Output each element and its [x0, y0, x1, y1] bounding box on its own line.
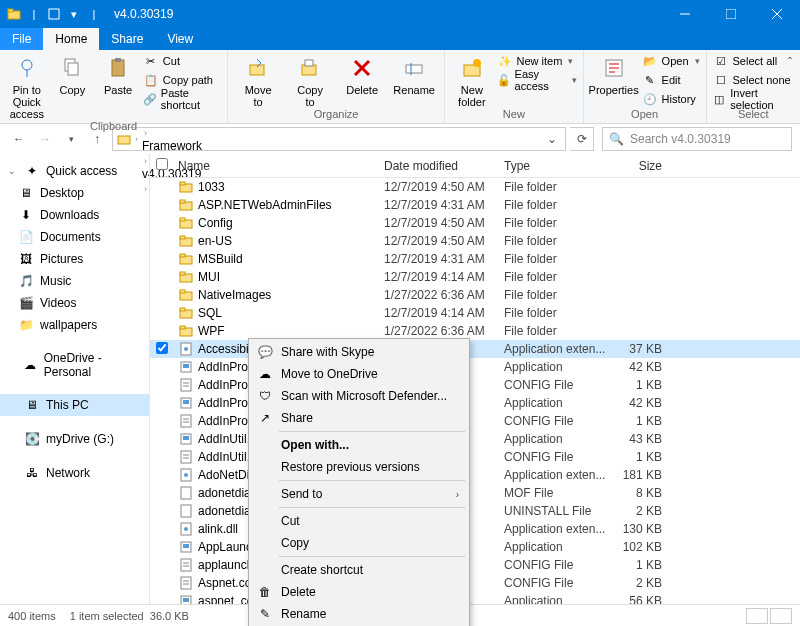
sidebar-item-label: Desktop: [40, 186, 84, 200]
file-date: 1/27/2022 6:36 AM: [384, 288, 504, 302]
column-name[interactable]: Name: [174, 159, 384, 173]
delete-icon: [348, 54, 376, 82]
menu-separator: [279, 507, 465, 508]
title-bar: | ▾ | v4.0.30319: [0, 0, 800, 28]
qat-item[interactable]: [46, 6, 62, 22]
table-row[interactable]: MSBuild12/7/2019 4:31 AMFile folder: [150, 250, 800, 268]
maximize-button[interactable]: [708, 0, 754, 28]
svg-rect-35: [180, 272, 185, 275]
row-checkbox[interactable]: [150, 342, 174, 357]
easy-access-button[interactable]: 🔓Easy access▾: [497, 71, 577, 89]
details-view-button[interactable]: [746, 608, 768, 624]
move-to-button[interactable]: Move to: [234, 52, 282, 108]
file-type: Application exten...: [504, 522, 614, 536]
dll-icon: [178, 521, 194, 537]
select-all-button[interactable]: ☑Select all: [713, 52, 794, 70]
paste-button[interactable]: Paste: [97, 52, 139, 96]
search-box[interactable]: 🔍 Search v4.0.30319: [602, 127, 792, 151]
tab-home[interactable]: Home: [43, 28, 99, 50]
file-date: 12/7/2019 4:31 AM: [384, 252, 504, 266]
chevron-right-icon[interactable]: ›: [144, 128, 147, 138]
properties-button[interactable]: Properties: [590, 52, 638, 96]
sidebar-onedrive[interactable]: ☁OneDrive - Personal: [0, 348, 149, 382]
recent-button[interactable]: ▾: [60, 128, 82, 150]
context-menu-item[interactable]: Copy: [251, 532, 467, 554]
context-menu-item[interactable]: Cut: [251, 510, 467, 532]
sidebar-item[interactable]: ⬇Downloads: [0, 204, 149, 226]
sidebar-item[interactable]: 🎵Music: [0, 270, 149, 292]
sidebar-this-pc[interactable]: 🖥This PC: [0, 394, 149, 416]
ribbon-group-organize: Move to Copy to Delete Rename Organize: [228, 50, 445, 123]
file-type: Application: [504, 396, 614, 410]
select-all-checkbox[interactable]: [150, 158, 174, 173]
tab-file[interactable]: File: [0, 28, 43, 50]
invert-selection-button[interactable]: ◫Invert selection: [713, 90, 794, 108]
new-folder-button[interactable]: New folder: [451, 52, 492, 108]
item-icon: 📁: [18, 317, 34, 333]
context-menu-item[interactable]: ↗Share: [251, 407, 467, 429]
svg-rect-23: [118, 136, 130, 144]
tab-share[interactable]: Share: [99, 28, 155, 50]
thumbnails-view-button[interactable]: [770, 608, 792, 624]
column-type[interactable]: Type: [504, 159, 614, 173]
cut-button[interactable]: ✂Cut: [143, 52, 221, 70]
copy-button[interactable]: Copy: [52, 52, 94, 96]
close-button[interactable]: [754, 0, 800, 28]
chevron-right-icon[interactable]: ›: [135, 134, 138, 144]
menu-item-label: Rename: [281, 607, 326, 621]
table-row[interactable]: en-US12/7/2019 4:50 AMFile folder: [150, 232, 800, 250]
context-menu-item[interactable]: ✎Rename: [251, 603, 467, 625]
edit-button[interactable]: ✎Edit: [642, 71, 700, 89]
context-menu-item[interactable]: Open with...: [251, 434, 467, 456]
sidebar-network[interactable]: 🖧Network: [0, 462, 149, 484]
sidebar-item[interactable]: 📁wallpapers: [0, 314, 149, 336]
open-button[interactable]: 📂Open▾: [642, 52, 700, 70]
context-menu-item[interactable]: Send to›: [251, 483, 467, 505]
table-row[interactable]: MUI12/7/2019 4:14 AMFile folder: [150, 268, 800, 286]
sidebar-item[interactable]: 🖼Pictures: [0, 248, 149, 270]
paste-shortcut-button[interactable]: 🔗Paste shortcut: [143, 90, 221, 108]
defender-icon: 🛡: [257, 388, 273, 404]
cfg-icon: [178, 449, 194, 465]
sidebar-item[interactable]: 📄Documents: [0, 226, 149, 248]
breadcrumb[interactable]: Framework: [142, 139, 218, 153]
copy-to-button[interactable]: Copy to: [286, 52, 334, 108]
sidebar-item[interactable]: 🖥Desktop: [0, 182, 149, 204]
forward-button[interactable]: →: [34, 128, 56, 150]
table-row[interactable]: NativeImages1/27/2022 6:36 AMFile folder: [150, 286, 800, 304]
table-row[interactable]: ASP.NETWebAdminFiles12/7/2019 4:31 AMFil…: [150, 196, 800, 214]
rename-button[interactable]: Rename: [390, 52, 438, 96]
context-menu-item[interactable]: 🛡Scan with Microsoft Defender...: [251, 385, 467, 407]
history-button[interactable]: 🕘History: [642, 90, 700, 108]
address-dropdown-button[interactable]: ⌄: [543, 132, 561, 146]
context-menu-item[interactable]: Create shortcut: [251, 559, 467, 581]
context-menu-item[interactable]: 🗑Delete: [251, 581, 467, 603]
back-button[interactable]: ←: [8, 128, 30, 150]
menu-item-label: Move to OneDrive: [281, 367, 378, 381]
pin-to-quick-access-button[interactable]: Pin to Quick access: [6, 52, 48, 120]
menu-item-label: Open with...: [281, 438, 349, 452]
collapse-ribbon-button[interactable]: ˆ: [788, 56, 792, 70]
qat-item[interactable]: ▾: [66, 6, 82, 22]
refresh-button[interactable]: ⟳: [570, 127, 594, 151]
tab-view[interactable]: View: [155, 28, 205, 50]
file-size: 2 KB: [614, 576, 674, 590]
sidebar-quick-access[interactable]: ⌄✦Quick access: [0, 160, 149, 182]
svg-rect-41: [180, 326, 185, 329]
column-date[interactable]: Date modified: [384, 159, 504, 173]
column-size[interactable]: Size: [614, 159, 674, 173]
table-row[interactable]: SQL12/7/2019 4:14 AMFile folder: [150, 304, 800, 322]
svg-rect-2: [49, 9, 59, 19]
context-menu-item[interactable]: ☁Move to OneDrive: [251, 363, 467, 385]
sidebar-drive[interactable]: 💽myDrive (G:): [0, 428, 149, 450]
delete-button[interactable]: Delete: [338, 52, 386, 96]
minimize-button[interactable]: [662, 0, 708, 28]
sidebar-item[interactable]: 🎬Videos: [0, 292, 149, 314]
context-menu-item[interactable]: 💬Share with Skype: [251, 341, 467, 363]
table-row[interactable]: 103312/7/2019 4:50 AMFile folder: [150, 178, 800, 196]
file-type: File folder: [504, 252, 614, 266]
address-bar[interactable]: › Windows›Microsoft.NET›Framework›v4.0.3…: [112, 127, 566, 151]
table-row[interactable]: Config12/7/2019 4:50 AMFile folder: [150, 214, 800, 232]
context-menu-item[interactable]: Restore previous versions: [251, 456, 467, 478]
item-icon: ⬇: [18, 207, 34, 223]
